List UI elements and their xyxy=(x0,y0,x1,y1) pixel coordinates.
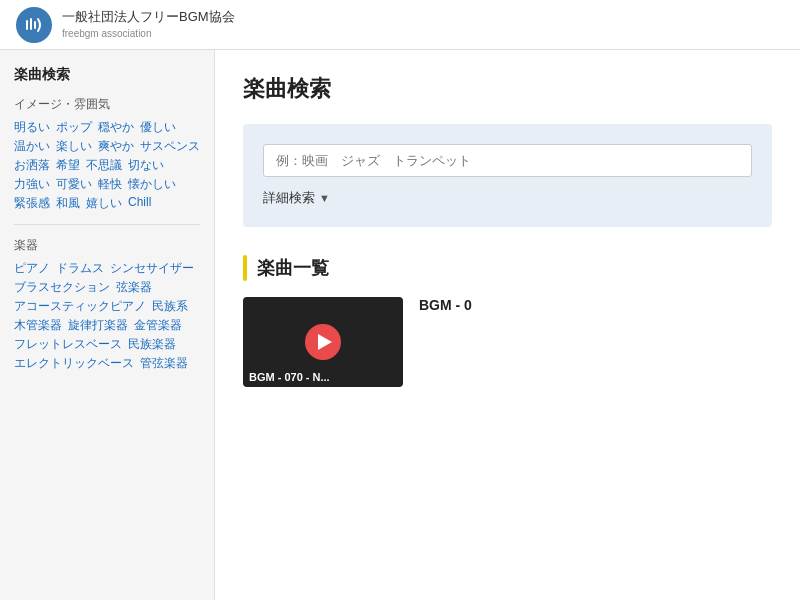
search-input-wrap[interactable] xyxy=(263,144,752,177)
sidebar-category-image: イメージ・雰囲気 xyxy=(14,96,200,113)
tag-ドラムス[interactable]: ドラムス xyxy=(56,260,104,277)
music-thumbnail[interactable]: BGM - 070 - N... xyxy=(243,297,403,387)
tag-フレットレスベース[interactable]: フレットレスベース xyxy=(14,336,122,353)
search-input[interactable] xyxy=(276,153,739,168)
sidebar-section-title: 楽曲検索 xyxy=(14,66,200,84)
tag-不思議[interactable]: 不思議 xyxy=(86,157,122,174)
music-list-section-header: 楽曲一覧 xyxy=(243,255,772,281)
tag-懐かしい[interactable]: 懐かしい xyxy=(128,176,176,193)
svg-rect-1 xyxy=(30,18,32,30)
detail-search-label: 詳細検索 xyxy=(263,189,315,207)
tag-希望[interactable]: 希望 xyxy=(56,157,80,174)
sidebar-divider xyxy=(14,224,200,225)
tag-木管楽器[interactable]: 木管楽器 xyxy=(14,317,62,334)
tag-軽快[interactable]: 軽快 xyxy=(98,176,122,193)
tag-旋律打楽器[interactable]: 旋律打楽器 xyxy=(68,317,128,334)
detail-search-button[interactable]: 詳細検索 ▼ xyxy=(263,189,330,207)
tag-grid-image: 明るい ポップ 穏やか 優しい 温かい 楽しい 爽やか サスペンス お洒落 希望… xyxy=(14,119,200,212)
tag-嬉しい[interactable]: 嬉しい xyxy=(86,195,122,212)
tag-弦楽器[interactable]: 弦楽器 xyxy=(116,279,152,296)
tag-可愛い[interactable]: 可愛い xyxy=(56,176,92,193)
svg-rect-2 xyxy=(34,21,36,29)
thumbnail-title: BGM - 070 - N... xyxy=(249,371,330,383)
sidebar-category-instrument: 楽器 xyxy=(14,237,200,254)
tag-民族楽器[interactable]: 民族楽器 xyxy=(128,336,176,353)
tag-和風[interactable]: 和風 xyxy=(56,195,80,212)
tag-明るい[interactable]: 明るい xyxy=(14,119,50,136)
tag-力強い[interactable]: 力強い xyxy=(14,176,50,193)
tag-優しい[interactable]: 優しい xyxy=(140,119,176,136)
org-name: 一般社団法人フリーBGM協会 freebgm association xyxy=(62,8,235,40)
tag-穏やか[interactable]: 穏やか xyxy=(98,119,134,136)
tag-民族系[interactable]: 民族系 xyxy=(152,298,188,315)
detail-search-arrow-icon: ▼ xyxy=(319,192,330,204)
tag-grid-instrument: ピアノ ドラムス シンセサイザー ブラスセクション 弦楽器 アコースティックピア… xyxy=(14,260,200,372)
layout: 楽曲検索 イメージ・雰囲気 明るい ポップ 穏やか 優しい 温かい 楽しい 爽や… xyxy=(0,50,800,600)
section-title-bar-icon xyxy=(243,255,247,281)
tag-切ない[interactable]: 切ない xyxy=(128,157,164,174)
logo-icon xyxy=(16,7,52,43)
tag-アコースティックピアノ[interactable]: アコースティックピアノ xyxy=(14,298,146,315)
tag-シンセサイザー[interactable]: シンセサイザー xyxy=(110,260,194,277)
tag-ポップ[interactable]: ポップ xyxy=(56,119,92,136)
tag-サスペンス[interactable]: サスペンス xyxy=(140,138,200,155)
svg-rect-0 xyxy=(26,20,28,30)
main-content: 楽曲検索 詳細検索 ▼ 楽曲一覧 BGM - 070 - N... BGM - … xyxy=(215,50,800,600)
tag-緊張感[interactable]: 緊張感 xyxy=(14,195,50,212)
tag-お洒落[interactable]: お洒落 xyxy=(14,157,50,174)
tag-ピアノ[interactable]: ピアノ xyxy=(14,260,50,277)
search-box-area: 詳細検索 ▼ xyxy=(243,124,772,227)
header: 一般社団法人フリーBGM協会 freebgm association xyxy=(0,0,800,50)
page-title: 楽曲検索 xyxy=(243,74,772,104)
sidebar: 楽曲検索 イメージ・雰囲気 明るい ポップ 穏やか 優しい 温かい 楽しい 爽や… xyxy=(0,50,215,600)
tag-金管楽器[interactable]: 金管楽器 xyxy=(134,317,182,334)
tag-温かい[interactable]: 温かい xyxy=(14,138,50,155)
play-button-icon[interactable] xyxy=(305,324,341,360)
music-title: BGM - 0 xyxy=(419,297,772,313)
tag-爽やか[interactable]: 爽やか xyxy=(98,138,134,155)
tag-ブラスセクション[interactable]: ブラスセクション xyxy=(14,279,110,296)
music-list-area: BGM - 070 - N... BGM - 0 xyxy=(243,297,772,387)
tag-chill[interactable]: Chill xyxy=(128,195,151,212)
tag-エレクトリックベース[interactable]: エレクトリックベース xyxy=(14,355,134,372)
tag-楽しい[interactable]: 楽しい xyxy=(56,138,92,155)
music-info: BGM - 0 xyxy=(419,297,772,387)
tag-管弦楽器[interactable]: 管弦楽器 xyxy=(140,355,188,372)
music-list-title: 楽曲一覧 xyxy=(257,256,329,280)
